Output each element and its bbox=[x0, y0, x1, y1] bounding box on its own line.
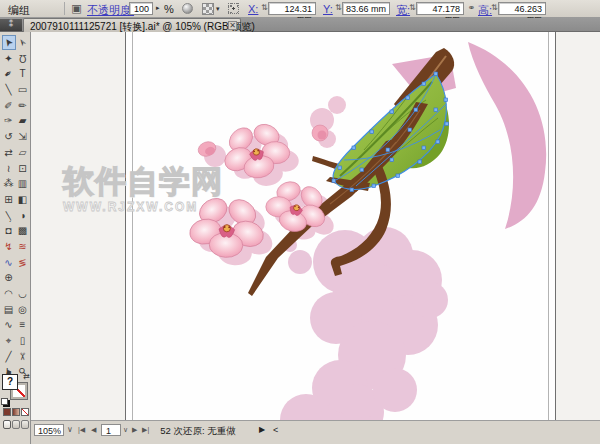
live-paint-selection-tool[interactable]: ▩ bbox=[16, 223, 30, 238]
x-stepper[interactable]: ⇅ bbox=[261, 3, 268, 12]
shear-tool[interactable]: ▱ bbox=[16, 145, 30, 160]
mesh-tool-icon: ⊞ bbox=[4, 194, 12, 205]
standard-screen-mode-button[interactable] bbox=[3, 420, 11, 429]
zigzag-tool[interactable]: ∿ bbox=[2, 317, 16, 332]
document-title: 2007910111125721 [转换].ai* @ 105% (RGB/预览… bbox=[30, 21, 255, 32]
slice-tool[interactable]: ╱ bbox=[2, 349, 16, 364]
align-tool-icon: ≡ bbox=[20, 319, 26, 330]
polar-grid-tool[interactable]: ◎ bbox=[16, 302, 30, 317]
mesh-tool[interactable]: ⊞ bbox=[2, 192, 16, 207]
eraser-tool[interactable]: ▰ bbox=[16, 113, 30, 128]
zoom-dropdown-icon[interactable]: ∨ bbox=[67, 425, 73, 434]
height-stepper[interactable]: ⇅ bbox=[491, 3, 498, 12]
blend-tool[interactable]: ◑ bbox=[16, 208, 30, 223]
page-tool[interactable]: ▯ bbox=[16, 333, 30, 348]
height-label[interactable]: 高: bbox=[478, 3, 492, 18]
live-paint-bucket-tool[interactable]: ◘ bbox=[2, 223, 16, 238]
page-dropdown-icon[interactable]: ∨ bbox=[123, 426, 128, 434]
selection-tool[interactable]: ➤ bbox=[2, 35, 16, 50]
style-swatch-icon[interactable] bbox=[202, 3, 214, 15]
y-stepper[interactable]: ⇅ bbox=[335, 3, 342, 12]
direct-selection-tool[interactable]: ➣ bbox=[16, 35, 30, 50]
swap-fill-stroke-icon[interactable]: ⇄ bbox=[23, 372, 30, 381]
selection-type-label: 编组 bbox=[8, 3, 30, 18]
live-paint-selection-tool-icon: ▩ bbox=[18, 225, 27, 236]
column-graph-tool[interactable]: ▥ bbox=[16, 176, 30, 191]
mesh-point-tool-icon: ⊕ bbox=[4, 272, 12, 283]
height-input[interactable]: 46.263 mm bbox=[498, 2, 546, 15]
opacity-popup-icon[interactable]: ▸ bbox=[156, 4, 160, 12]
panel-collapse-icon[interactable]: ⁑ bbox=[0, 19, 22, 31]
undo-status-text: 52 次还原: 无重做 bbox=[143, 425, 253, 438]
fill-stroke-indicator[interactable]: ? ⇄ bbox=[2, 374, 29, 402]
eyedropper-tool[interactable]: ⌡ bbox=[2, 208, 16, 223]
rectangular-grid-tool[interactable]: ▤ bbox=[2, 302, 16, 317]
width-input[interactable]: 47.178 mm bbox=[416, 2, 464, 15]
orchid-flowers[interactable] bbox=[186, 116, 335, 260]
eyedropper-tool-icon: ⌡ bbox=[3, 209, 14, 222]
width-label[interactable]: 宽: bbox=[396, 3, 410, 18]
type-tool-icon: T bbox=[19, 68, 25, 79]
smooth-tool[interactable]: ✑ bbox=[2, 113, 16, 128]
rectangle-tool[interactable]: ▭ bbox=[16, 82, 30, 97]
reflect-tool[interactable]: ⇄ bbox=[2, 145, 16, 160]
y-label[interactable]: Y: bbox=[323, 3, 333, 15]
scribble-tool[interactable]: ∿ bbox=[2, 255, 16, 270]
free-transform-tool[interactable]: ⊡ bbox=[16, 161, 30, 176]
gradient-tool[interactable]: ◧ bbox=[16, 192, 30, 207]
fill-swatch[interactable]: ? bbox=[2, 374, 18, 390]
crystallize-tool[interactable]: ≶ bbox=[16, 255, 30, 270]
opacity-input[interactable]: 100 bbox=[129, 2, 153, 15]
reshape-tool[interactable]: ≀ bbox=[2, 161, 16, 176]
wrinkle-tool[interactable]: ≋ bbox=[16, 239, 30, 254]
y-input[interactable]: 83.66 mm bbox=[342, 2, 390, 15]
symbol-sprayer-tool-icon: ⁂ bbox=[4, 178, 14, 189]
recolor-icon[interactable] bbox=[182, 3, 193, 14]
mesh-point-tool[interactable]: ⊕ bbox=[2, 270, 16, 285]
width-stepper[interactable]: ⇅ bbox=[409, 3, 416, 12]
scale-tool[interactable]: ⇲ bbox=[16, 129, 30, 144]
zoom-level-select[interactable]: 105% bbox=[34, 424, 64, 436]
reference-point-icon[interactable] bbox=[228, 3, 239, 14]
envelope-tool-icon: ◠ bbox=[4, 288, 13, 299]
link-dimensions-icon[interactable]: ⚭ bbox=[465, 2, 478, 15]
pen-tool[interactable]: ✒ bbox=[2, 66, 16, 81]
warp-tool[interactable]: ↯ bbox=[2, 239, 16, 254]
x-input[interactable]: 124.31 mm bbox=[268, 2, 316, 15]
gradient-button[interactable] bbox=[12, 408, 20, 416]
close-icon[interactable]: ✕ bbox=[228, 21, 237, 30]
document-tab[interactable]: 2007910111125721 [转换].ai* @ 105% (RGB/预览… bbox=[23, 18, 241, 32]
previous-page-icon[interactable]: ◀ bbox=[91, 426, 96, 434]
default-fill-stroke-icon[interactable] bbox=[1, 398, 8, 405]
fullscreen-mode-button[interactable] bbox=[21, 420, 29, 429]
next-page-icon[interactable]: ▶ bbox=[132, 426, 137, 434]
page-number-input[interactable]: 1 bbox=[101, 424, 121, 436]
rectangle-tool-icon: ▭ bbox=[18, 84, 27, 95]
chevron-down-icon[interactable]: ▾ bbox=[216, 5, 220, 13]
knife-tool[interactable]: ✂ bbox=[16, 349, 30, 364]
arc-tool[interactable]: ◡ bbox=[16, 286, 30, 301]
first-page-icon[interactable]: |◀ bbox=[78, 426, 85, 434]
type-tool[interactable]: T bbox=[16, 66, 30, 81]
x-label[interactable]: X: bbox=[248, 3, 258, 15]
pencil-tool[interactable]: ✏ bbox=[16, 98, 30, 113]
scroll-left-icon[interactable]: < bbox=[273, 425, 278, 435]
rotate-tool[interactable]: ↺ bbox=[2, 129, 16, 144]
status-menu-arrow-icon[interactable]: ▶ bbox=[259, 425, 265, 434]
align-tool[interactable]: ≡ bbox=[16, 317, 30, 332]
transform-icon[interactable]: ▣ bbox=[70, 2, 83, 15]
fullscreen-menu-mode-button[interactable] bbox=[12, 420, 20, 429]
color-button[interactable] bbox=[3, 408, 11, 416]
direct-selection-tool-icon: ➣ bbox=[16, 36, 30, 49]
envelope-tool[interactable]: ◠ bbox=[2, 286, 16, 301]
none-button[interactable] bbox=[21, 408, 29, 416]
symbol-sprayer-tool[interactable]: ⁂ bbox=[2, 176, 16, 191]
measure-tool[interactable]: ⌖ bbox=[2, 333, 16, 348]
paintbrush-tool[interactable]: ✐ bbox=[2, 98, 16, 113]
opacity-label[interactable]: 不透明度: bbox=[87, 3, 134, 18]
magic-wand-tool[interactable]: ✦ bbox=[2, 51, 16, 66]
lasso-tool[interactable]: Ω bbox=[16, 51, 30, 66]
canvas-area[interactable]: 软件自学网 WWW.RJZXW.COM bbox=[31, 32, 600, 420]
line-segment-tool[interactable]: ╲ bbox=[2, 82, 16, 97]
blend-tool-icon: ◑ bbox=[19, 210, 25, 221]
